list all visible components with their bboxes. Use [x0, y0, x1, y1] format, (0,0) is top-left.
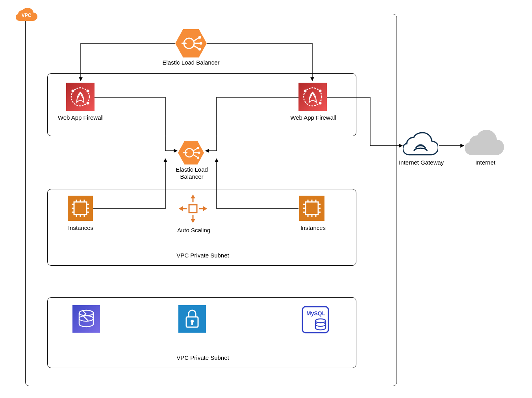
diagram-canvas: VPC VPC Private Subnet VPC Private Subne…: [0, 0, 532, 398]
connectors: [0, 0, 532, 398]
